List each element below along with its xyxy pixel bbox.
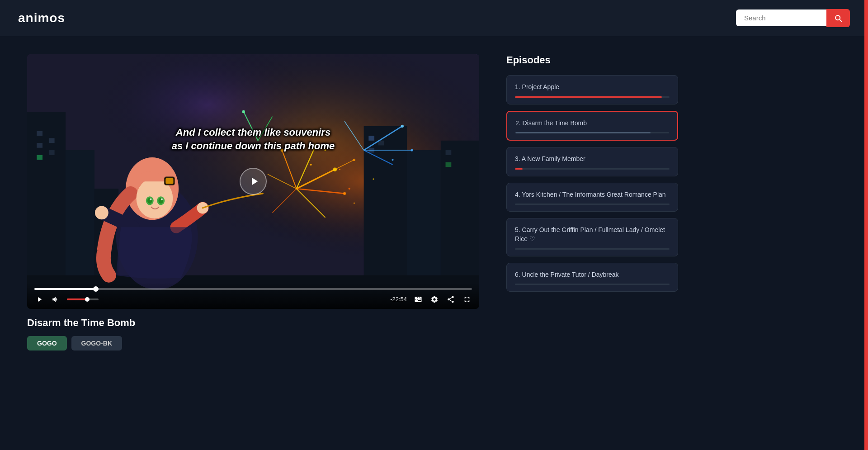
svg-rect-55 bbox=[165, 178, 173, 184]
svg-point-38 bbox=[401, 125, 404, 128]
svg-point-47 bbox=[349, 188, 350, 189]
episode-item[interactable]: 2. Disarm the Time Bomb bbox=[506, 111, 678, 141]
svg-point-31 bbox=[281, 149, 283, 152]
header: animos bbox=[0, 0, 868, 36]
episode-item[interactable]: 6. Uncle the Private Tutor / Daybreak bbox=[506, 263, 678, 292]
episode-progress-bar bbox=[515, 132, 669, 133]
episode-title: 4. Yors Kitchen / The Informants Great R… bbox=[515, 190, 670, 199]
svg-rect-6 bbox=[37, 143, 42, 148]
episode-progress-bar bbox=[515, 96, 670, 98]
svg-rect-7 bbox=[37, 155, 42, 160]
episodes-heading: Episodes bbox=[506, 54, 678, 66]
episode-title: 1. Project Apple bbox=[515, 83, 670, 92]
svg-point-61 bbox=[161, 198, 163, 200]
svg-rect-13 bbox=[368, 136, 374, 141]
volume-bar[interactable] bbox=[67, 298, 99, 300]
svg-point-42 bbox=[242, 110, 245, 113]
share-button[interactable] bbox=[446, 294, 456, 304]
fullscreen-button[interactable] bbox=[462, 294, 472, 304]
header-right bbox=[736, 9, 850, 27]
episode-progress-fill bbox=[515, 132, 651, 133]
settings-icon bbox=[430, 295, 439, 303]
svg-point-43 bbox=[324, 149, 326, 151]
svg-rect-18 bbox=[446, 150, 452, 155]
svg-point-39 bbox=[410, 149, 413, 151]
play-pause-icon bbox=[35, 295, 43, 303]
episode-title: 6. Uncle the Private Tutor / Daybreak bbox=[515, 270, 670, 279]
video-controls: -22:54 bbox=[27, 283, 479, 309]
svg-point-33 bbox=[353, 159, 355, 161]
video-section: And I collect them like souvenirs as I c… bbox=[27, 54, 479, 351]
logo: animos bbox=[18, 11, 65, 25]
svg-point-30 bbox=[343, 192, 346, 195]
episode-title: 5. Carry Out the Griffin Plan / Fullmeta… bbox=[515, 226, 670, 243]
episode-list: 1. Project Apple 2. Disarm the Time Bomb… bbox=[506, 75, 678, 292]
search-button[interactable] bbox=[826, 9, 850, 27]
svg-rect-8 bbox=[49, 138, 55, 143]
volume-fill bbox=[67, 298, 86, 300]
svg-point-45 bbox=[310, 164, 312, 166]
video-title: Disarm the Time Bomb bbox=[27, 317, 479, 329]
subtitles-button[interactable] bbox=[413, 294, 423, 304]
svg-point-48 bbox=[373, 178, 374, 180]
svg-point-50 bbox=[354, 203, 355, 204]
episode-progress-bar bbox=[515, 284, 670, 285]
subtitles-icon bbox=[414, 295, 422, 303]
source-gogo-bk-button[interactable]: GOGO-BK bbox=[71, 336, 122, 351]
episode-title: 3. A New Family Member bbox=[515, 155, 670, 164]
volume-thumb bbox=[85, 297, 90, 302]
play-button[interactable] bbox=[240, 168, 267, 195]
share-icon bbox=[447, 295, 455, 303]
episode-item[interactable]: 4. Yors Kitchen / The Informants Great R… bbox=[506, 183, 678, 212]
fullscreen-icon bbox=[463, 295, 471, 303]
red-sidebar-accent bbox=[864, 0, 868, 450]
video-player[interactable]: And I collect them like souvenirs as I c… bbox=[27, 54, 479, 309]
svg-point-29 bbox=[333, 167, 337, 171]
volume-button[interactable] bbox=[51, 294, 61, 304]
main-content: And I collect them like souvenirs as I c… bbox=[0, 36, 859, 369]
settings-button[interactable] bbox=[429, 294, 439, 304]
episode-progress-fill bbox=[515, 168, 523, 170]
episode-item[interactable]: 5. Carry Out the Griffin Plan / Fullmeta… bbox=[506, 218, 678, 256]
search-input[interactable] bbox=[736, 9, 826, 26]
svg-point-49 bbox=[392, 159, 393, 161]
play-icon bbox=[248, 175, 260, 188]
episode-item[interactable]: 3. A New Family Member bbox=[506, 147, 678, 176]
episode-progress-bar bbox=[515, 168, 670, 170]
svg-rect-9 bbox=[49, 150, 55, 155]
episode-item[interactable]: 1. Project Apple bbox=[506, 75, 678, 104]
svg-point-32 bbox=[314, 144, 317, 147]
svg-point-62 bbox=[95, 206, 108, 220]
svg-point-60 bbox=[150, 198, 151, 200]
svg-point-46 bbox=[286, 145, 288, 146]
progress-thumb bbox=[93, 286, 99, 292]
video-background: And I collect them like souvenirs as I c… bbox=[27, 54, 479, 309]
controls-row: -22:54 bbox=[34, 294, 472, 304]
episode-progress-bar bbox=[515, 248, 670, 250]
progress-fill bbox=[34, 288, 96, 290]
episode-progress-fill bbox=[515, 96, 662, 98]
episode-title: 2. Disarm the Time Bomb bbox=[515, 119, 669, 128]
episodes-section: Episodes 1. Project Apple 2. Disarm the … bbox=[506, 54, 678, 351]
episode-progress-bar bbox=[515, 204, 670, 205]
svg-point-44 bbox=[339, 169, 340, 170]
svg-rect-19 bbox=[446, 162, 452, 167]
source-buttons: GOGO GOGO-BK bbox=[27, 336, 479, 351]
source-gogo-button[interactable]: GOGO bbox=[27, 336, 67, 351]
svg-rect-5 bbox=[37, 131, 42, 136]
play-pause-button[interactable] bbox=[34, 294, 44, 304]
volume-icon bbox=[52, 295, 60, 303]
time-remaining: -22:54 bbox=[390, 296, 407, 303]
progress-bar[interactable] bbox=[34, 288, 472, 290]
search-icon bbox=[834, 14, 843, 23]
